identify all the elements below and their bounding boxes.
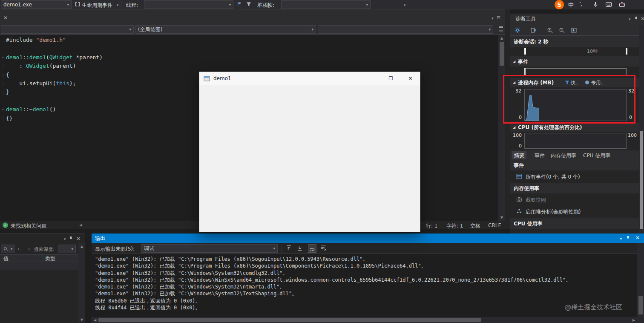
settings-gear-icon[interactable]: [515, 27, 520, 33]
scroll-up-icon[interactable]: ▲: [498, 36, 505, 40]
scrollbar-thumb[interactable]: [98, 318, 481, 322]
editor-vertical-scrollbar[interactable]: ▲ ▼: [498, 35, 505, 221]
timeline-marker[interactable]: [626, 48, 627, 55]
memory-section-header[interactable]: ◢ 进程内存 (MB) 快.. 专用..: [510, 78, 639, 87]
watch-output-splitter[interactable]: [85, 234, 92, 323]
tab-memory-usage[interactable]: 内存使用率: [549, 151, 578, 159]
ime-mode-indicator[interactable]: 中: [568, 1, 574, 9]
scroll-down-icon[interactable]: ▼: [78, 318, 85, 322]
problems-status-text[interactable]: 未找到相关问题: [11, 222, 46, 230]
type-scope-dropdown[interactable]: (全局范围) ▾: [135, 25, 316, 34]
qt-app-window[interactable]: demo1 — ☐ ✕: [199, 72, 420, 232]
ime-punctuation-indicator[interactable]: ’,: [579, 1, 583, 7]
events-track[interactable]: [510, 66, 639, 78]
status-column-number[interactable]: 字符: 1: [446, 222, 463, 230]
editor-diagnostics-splitter[interactable]: [505, 9, 510, 229]
goto-previous-message-icon[interactable]: [286, 245, 292, 251]
take-snapshot-row[interactable]: 截取快照: [510, 194, 639, 205]
search-depth-dropdown[interactable]: ▾: [58, 245, 76, 253]
timeline-marker[interactable]: [524, 48, 526, 55]
scroll-down-icon[interactable]: ▼: [498, 216, 505, 219]
close-button[interactable]: ✕: [401, 72, 420, 85]
tab-events[interactable]: 事件: [532, 151, 547, 159]
virtual-keyboard-icon[interactable]: [606, 2, 612, 7]
scroll-up-icon[interactable]: ▲: [78, 245, 85, 248]
export-report-icon[interactable]: [531, 27, 537, 33]
close-document-icon[interactable]: ✕: [3, 15, 8, 21]
zoom-in-icon[interactable]: [547, 27, 553, 33]
close-icon[interactable]: ✕: [641, 16, 644, 22]
reset-timeline-view-icon[interactable]: [571, 27, 577, 33]
close-icon[interactable]: ✕: [635, 235, 640, 241]
stack-frame-dropdown[interactable]: ▾: [281, 0, 371, 9]
tab-summary[interactable]: 摘要: [512, 151, 526, 159]
output-vertical-scrollbar[interactable]: [637, 243, 644, 317]
pin-icon[interactable]: [69, 236, 73, 241]
scroll-left-icon[interactable]: ◀: [93, 318, 97, 322]
column-header-value[interactable]: 值: [3, 255, 9, 262]
all-events-row[interactable]: 所有事件(0 个, 共 0 个): [510, 171, 639, 182]
memory-chart[interactable]: 32 0 32 0: [510, 87, 639, 123]
status-line-number[interactable]: 行: 1: [426, 222, 438, 230]
tab-cpu-usage[interactable]: CPU 使用率: [581, 151, 612, 159]
qt-window-titlebar[interactable]: demo1 — ☐ ✕: [199, 72, 420, 85]
diagnostics-scrollbar[interactable]: [639, 25, 644, 234]
legend-snapshot-label[interactable]: 快..: [571, 80, 578, 86]
search-input[interactable]: ▾: [1, 245, 14, 253]
status-indentation-mode[interactable]: 空格: [470, 222, 480, 230]
events-section-header[interactable]: ◢ 事件: [510, 57, 639, 66]
watch-scrollbar[interactable]: ▲ ▼: [78, 243, 85, 323]
sogou-logo-icon[interactable]: S: [555, 0, 564, 9]
maximize-button[interactable]: ☐: [381, 72, 400, 85]
cpu-chart[interactable]: 100 0 100: [510, 132, 639, 150]
enable-heap-link[interactable]: 启用堆分析(会影响性能): [526, 208, 581, 216]
summary-events-header-label: 事件: [514, 162, 524, 169]
enable-heap-row[interactable]: 启用堆分析(会影响性能): [510, 206, 639, 217]
output-titlebar[interactable]: 输出 ▾ ✕: [92, 234, 644, 243]
search-forward-icon[interactable]: →: [26, 246, 30, 252]
pin-icon[interactable]: [626, 236, 630, 240]
filter-flagged-threads-icon[interactable]: [246, 2, 251, 7]
float-window-icon[interactable]: ⊡: [497, 15, 500, 20]
output-horizontal-scrollbar[interactable]: ◀ ▶: [92, 317, 637, 323]
minimize-button[interactable]: —: [362, 72, 381, 85]
scroll-right-icon[interactable]: ▶: [632, 318, 636, 322]
zoom-out-icon[interactable]: [559, 27, 565, 33]
flag-current-thread-icon[interactable]: [237, 2, 242, 7]
toolbar-overflow-icon[interactable]: ▾: [401, 3, 406, 7]
breadcrumb-scroll-left-icon[interactable]: ◀: [79, 223, 82, 227]
window-position-icon[interactable]: ▾: [61, 237, 66, 241]
window-position-icon[interactable]: ▾: [626, 17, 631, 21]
watch-row[interactable]: [0, 262, 78, 270]
word-wrap-icon[interactable]: [308, 244, 316, 253]
scrollbar-thumb[interactable]: [500, 42, 504, 66]
search-back-icon[interactable]: ←: [18, 246, 22, 252]
window-position-icon[interactable]: ▾: [617, 236, 622, 241]
status-line-ending[interactable]: CRLF: [488, 222, 501, 228]
process-dropdown[interactable]: demo1.exe ▾: [1, 0, 72, 9]
project-scope-dropdown[interactable]: ▾: [1, 25, 134, 34]
output-text-area[interactable]: "demo1.exe" (Win32): 已加载 "C:\Program Fil…: [92, 254, 637, 317]
goto-next-message-icon[interactable]: [297, 245, 303, 251]
close-icon[interactable]: ✕: [76, 236, 80, 242]
member-scope-dropdown[interactable]: ▾: [318, 25, 493, 34]
scrollbar-thumb[interactable]: [640, 131, 643, 229]
chevron-down-icon: ▾: [486, 27, 491, 32]
output-source-dropdown[interactable]: 调试 ▾: [141, 244, 278, 253]
scrollbar-thumb[interactable]: [638, 296, 643, 314]
cpu-section-header[interactable]: ◢ CPU (所有处理器的百分比): [510, 123, 639, 132]
ime-toolbox-icon[interactable]: [619, 2, 625, 7]
clear-all-output-icon[interactable]: [321, 245, 327, 251]
all-events-link[interactable]: 所有事件(0 个, 共 0 个): [526, 173, 580, 181]
thread-dropdown[interactable]: ▾: [144, 0, 233, 9]
take-snapshot-link[interactable]: 截取快照: [526, 196, 546, 204]
microphone-icon[interactable]: [593, 2, 598, 7]
pin-icon[interactable]: [634, 16, 638, 21]
column-header-type[interactable]: 类型: [45, 255, 55, 262]
open-documents-list-icon[interactable]: ▾: [489, 16, 494, 20]
snapshot-filter-icon[interactable]: [565, 80, 569, 85]
split-editor-icon[interactable]: [498, 26, 503, 32]
timeline-ruler[interactable]: 10秒: [510, 46, 639, 56]
lifecycle-events-label[interactable]: 生命周期事件: [82, 2, 112, 9]
legend-private-label[interactable]: 专用..: [591, 80, 604, 86]
